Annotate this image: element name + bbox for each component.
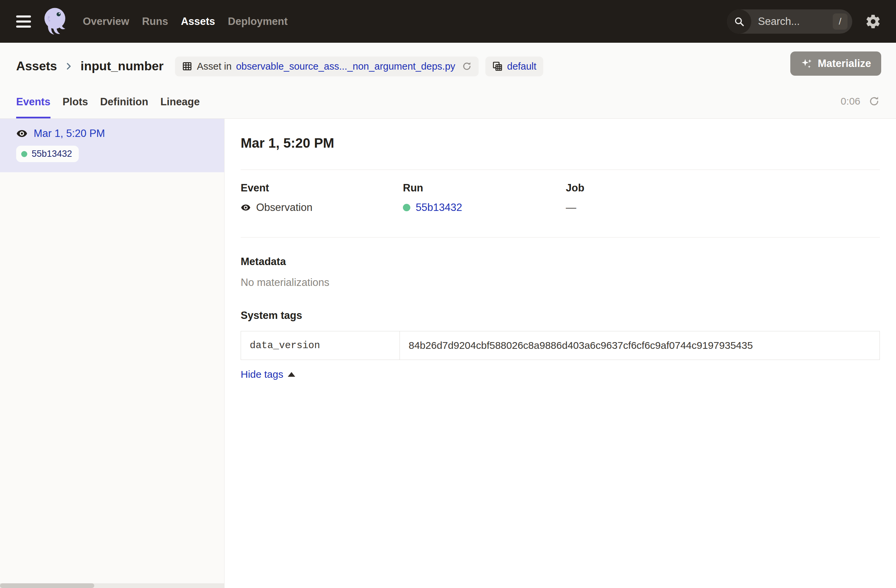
- search-shortcut-key: /: [833, 14, 847, 30]
- hamburger-icon[interactable]: [16, 15, 31, 27]
- page-header: Assets input_number Asset in observable_…: [0, 43, 896, 119]
- nav-item-assets[interactable]: Assets: [181, 15, 215, 27]
- asset-group-tag: default: [485, 56, 543, 76]
- asset-definition-tag: Asset in observable_source_ass..._non_ar…: [175, 56, 478, 76]
- nav-item-runs[interactable]: Runs: [142, 15, 168, 27]
- divider: [241, 170, 880, 170]
- search-box[interactable]: /: [727, 9, 852, 33]
- sidebar-horizontal-scrollbar[interactable]: [0, 583, 224, 588]
- metadata-section-title: Metadata: [241, 256, 880, 268]
- refresh-icon[interactable]: [869, 96, 880, 107]
- divider: [241, 237, 880, 237]
- event-column: Event Observation: [241, 182, 403, 214]
- group-default-link[interactable]: default: [507, 61, 536, 72]
- caret-up-icon: [288, 372, 295, 377]
- asset-table-icon: [182, 61, 192, 71]
- dagster-octopus-icon: [40, 5, 69, 38]
- tab-events[interactable]: Events: [16, 96, 50, 119]
- asset-in-label: Asset in: [197, 61, 232, 72]
- tag-key-cell: data_version: [241, 331, 400, 360]
- gear-icon[interactable]: [865, 14, 881, 30]
- job-value: —: [566, 202, 576, 214]
- materialize-label: Materialize: [818, 58, 871, 70]
- event-detail-panel: Mar 1, 5:20 PM Event Observation Run: [224, 119, 896, 588]
- event-run-id: 55b13432: [32, 149, 72, 159]
- metadata-empty-message: No materializations: [241, 277, 880, 289]
- eye-icon: [16, 128, 27, 139]
- refresh-timer: 0:06: [841, 96, 880, 107]
- run-id-link[interactable]: 55b13432: [416, 202, 462, 214]
- refresh-countdown: 0:06: [841, 96, 860, 107]
- top-nav: Overview Runs Assets Deployment /: [0, 0, 896, 43]
- search-input[interactable]: [758, 15, 833, 27]
- breadcrumb: Assets input_number Asset in observable_…: [16, 43, 880, 78]
- run-status-dot: [403, 204, 410, 211]
- asset-file-link[interactable]: observable_source_ass..._non_argument_de…: [236, 61, 455, 72]
- tab-lineage[interactable]: Lineage: [160, 96, 200, 119]
- event-column-label: Event: [241, 182, 403, 194]
- chevron-right-icon: [64, 61, 74, 71]
- hide-tags-label: Hide tags: [241, 369, 283, 380]
- nav-item-deployment[interactable]: Deployment: [228, 15, 288, 27]
- scrollbar-thumb[interactable]: [0, 583, 94, 588]
- run-status-dot: [21, 151, 27, 157]
- tab-definition[interactable]: Definition: [100, 96, 148, 119]
- search-icon: [727, 9, 751, 33]
- materialize-button[interactable]: Materialize: [790, 52, 881, 76]
- sparkle-icon: [800, 58, 812, 70]
- eye-icon: [241, 202, 251, 213]
- top-nav-right: /: [727, 9, 881, 33]
- dagster-logo: [40, 5, 69, 38]
- job-column-label: Job: [566, 182, 880, 194]
- run-column-label: Run: [403, 182, 566, 194]
- asset-group-icon: [492, 61, 503, 71]
- hide-tags-link[interactable]: Hide tags: [241, 369, 295, 380]
- event-list-sidebar: Mar 1, 5:20 PM 55b13432: [0, 119, 224, 588]
- table-row: data_version 84b26d7d9204cbf588026c8a988…: [241, 331, 880, 360]
- asset-tabs: Events Plots Definition Lineage: [16, 96, 200, 119]
- event-run-tag[interactable]: 55b13432: [16, 146, 79, 162]
- breadcrumb-assets-link[interactable]: Assets: [16, 59, 57, 73]
- job-column: Job —: [566, 182, 880, 214]
- event-summary-columns: Event Observation Run 55b13432: [241, 182, 880, 214]
- run-column: Run 55b13432: [403, 182, 566, 214]
- tag-value-cell: 84b26d7d9204cbf588026c8a9886d403a6c9637c…: [400, 331, 880, 360]
- event-timestamp-link[interactable]: Mar 1, 5:20 PM: [34, 128, 105, 140]
- system-tags-table: data_version 84b26d7d9204cbf588026c8a988…: [241, 331, 880, 360]
- page-title: input_number: [81, 59, 164, 73]
- nav-item-overview[interactable]: Overview: [83, 15, 129, 27]
- event-list-item-selected[interactable]: Mar 1, 5:20 PM 55b13432: [0, 119, 224, 172]
- reload-definition-icon[interactable]: [462, 61, 472, 71]
- tab-plots[interactable]: Plots: [62, 96, 88, 119]
- primary-nav: Overview Runs Assets Deployment: [83, 15, 288, 27]
- system-tags-section-title: System tags: [241, 310, 880, 322]
- event-detail-heading: Mar 1, 5:20 PM: [241, 135, 880, 151]
- event-type-value: Observation: [256, 202, 312, 214]
- workspace: Mar 1, 5:20 PM 55b13432 Mar 1, 5:20 PM E…: [0, 119, 896, 588]
